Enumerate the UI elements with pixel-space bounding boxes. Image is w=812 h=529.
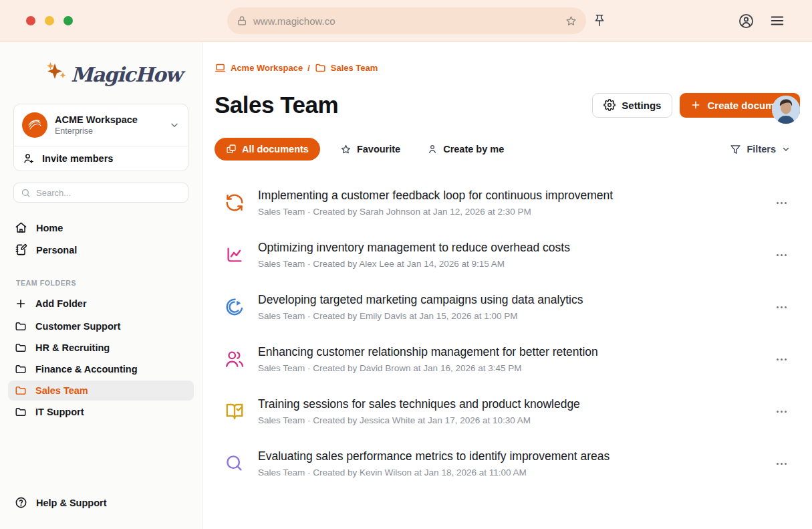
help-support-button[interactable]: Help & Support (8, 492, 194, 513)
document-title: Implementing a customer feedback loop fo… (258, 189, 613, 203)
breadcrumb-workspace[interactable]: Acme Workspace (231, 63, 303, 73)
help-support-label: Help & Support (36, 498, 107, 508)
document-meta: Sales Team · Created by Kevin Wilson at … (258, 467, 610, 478)
row-menu-button[interactable] (771, 353, 792, 366)
filters-label: Filters (747, 144, 776, 154)
home-icon (15, 221, 27, 234)
sidebar-search (13, 183, 188, 203)
folder-label: Customer Support (35, 321, 120, 332)
workspace-avatar (22, 112, 47, 138)
close-window-button[interactable] (26, 16, 35, 25)
funnel-icon (730, 144, 741, 155)
row-menu-button[interactable] (771, 301, 792, 314)
sidebar-folder-sales-team[interactable]: Sales Team (8, 381, 194, 401)
browser-topbar: www.magichow.co (0, 0, 812, 42)
document-row[interactable]: Evaluating sales performance metrics to … (215, 437, 800, 490)
document-row[interactable]: Optimizing inventory management to reduc… (215, 229, 800, 281)
refresh-icon (223, 193, 246, 213)
settings-label: Settings (622, 100, 661, 111)
sidebar-folder-it-support[interactable]: IT Support (8, 402, 194, 422)
breadcrumb-folder[interactable]: Sales Team (331, 63, 378, 73)
document-list: Implementing a customer feedback loop fo… (215, 177, 800, 490)
hamburger-menu-icon[interactable] (769, 13, 785, 28)
document-meta: Sales Team · Created by David Brown at J… (258, 363, 598, 373)
chart-line-icon (223, 245, 246, 265)
tab-all-documents[interactable]: All documents (215, 138, 320, 161)
target-icon (223, 297, 246, 317)
tab-favourite[interactable]: Favourite (340, 144, 400, 155)
tab-label: Create by me (443, 144, 504, 154)
sidebar-nav: Home Personal (0, 216, 202, 261)
team-folders-label: TEAM FOLDERS (16, 279, 202, 287)
zoom-window-button[interactable] (63, 16, 73, 25)
document-meta: Sales Team · Created by Alex Lee at Jan … (258, 259, 570, 269)
document-row[interactable]: Implementing a customer feedback loop fo… (215, 177, 800, 229)
sidebar-item-label: Home (36, 223, 63, 233)
document-row[interactable]: Enhancing customer relationship manageme… (215, 333, 800, 385)
sidebar-item-home[interactable]: Home (8, 217, 194, 238)
folder-label: HR & Recruiting (35, 342, 110, 353)
sparkles-icon (44, 58, 68, 90)
tab-label: All documents (242, 144, 309, 154)
help-circle-icon (15, 496, 27, 509)
row-menu-button[interactable] (771, 197, 792, 209)
page-title: Sales Team (215, 92, 338, 118)
workspace-name: ACME Workspace (55, 114, 138, 125)
user-plus-icon (23, 152, 35, 165)
app-logo: MagicHow (44, 58, 202, 96)
invite-members-label: Invite members (42, 153, 113, 164)
settings-button[interactable]: Settings (592, 93, 672, 118)
sidebar: MagicHow ACME Workspace Enterprise (0, 42, 202, 529)
search-input[interactable] (36, 188, 181, 198)
row-menu-button[interactable] (771, 457, 792, 470)
plus-icon (15, 298, 27, 310)
sidebar-folder-customer-support[interactable]: Customer Support (8, 316, 194, 336)
account-icon[interactable] (738, 13, 755, 29)
add-folder-label: Add Folder (35, 298, 87, 309)
invite-members-button[interactable]: Invite members (14, 146, 188, 171)
chevron-down-icon (781, 144, 791, 154)
folder-icon (15, 363, 27, 375)
tab-create-by-me[interactable]: Create by me (427, 144, 504, 154)
lock-icon (237, 15, 247, 26)
minimize-window-button[interactable] (45, 16, 54, 25)
folder-icon (15, 406, 27, 418)
notebook-icon (15, 243, 27, 256)
laptop-icon (215, 62, 226, 74)
sidebar-folder-hr-recruiting[interactable]: HR & Recruiting (8, 338, 194, 358)
folder-label: Finance & Accounting (35, 364, 138, 375)
folder-label: Sales Team (35, 385, 88, 396)
folder-icon (15, 342, 27, 354)
documents-icon (226, 144, 237, 154)
tab-label: Favourite (357, 144, 400, 154)
filters-button[interactable]: Filters (730, 144, 800, 155)
document-title: Training sessions for sales techniques a… (258, 397, 580, 411)
document-meta: Sales Team · Created by Sarah Johnson at… (258, 207, 613, 217)
row-menu-button[interactable] (771, 249, 792, 261)
add-folder-button[interactable]: Add Folder (8, 294, 194, 314)
window-controls (26, 16, 73, 25)
folder-icon (315, 62, 326, 74)
profile-avatar[interactable] (772, 96, 800, 124)
users-icon (223, 349, 246, 369)
person-icon (427, 144, 438, 154)
sidebar-item-personal[interactable]: Personal (8, 239, 194, 260)
document-row[interactable]: Developing targeted marketing campaigns … (215, 281, 800, 333)
pin-icon[interactable] (592, 13, 607, 29)
folder-icon (15, 320, 27, 332)
book-check-icon (223, 401, 246, 421)
document-title: Enhancing customer relationship manageme… (258, 345, 598, 359)
bookmark-star-icon[interactable] (565, 15, 577, 27)
sidebar-folder-finance-accounting[interactable]: Finance & Accounting (8, 359, 194, 379)
row-menu-button[interactable] (771, 405, 792, 418)
search-doc-icon (223, 453, 246, 473)
url-text: www.magichow.co (253, 15, 335, 27)
workspace-card: ACME Workspace Enterprise Invite members (13, 104, 188, 171)
logo-wordmark: MagicHow (71, 58, 181, 92)
workspace-switcher[interactable]: ACME Workspace Enterprise (14, 104, 188, 146)
filter-tabs: All documents Favourite Create by me Fil… (215, 138, 800, 161)
address-bar[interactable]: www.magichow.co (227, 7, 586, 34)
document-meta: Sales Team · Created by Emily Davis at J… (258, 311, 583, 321)
star-icon (340, 144, 352, 155)
document-row[interactable]: Training sessions for sales techniques a… (215, 385, 800, 437)
